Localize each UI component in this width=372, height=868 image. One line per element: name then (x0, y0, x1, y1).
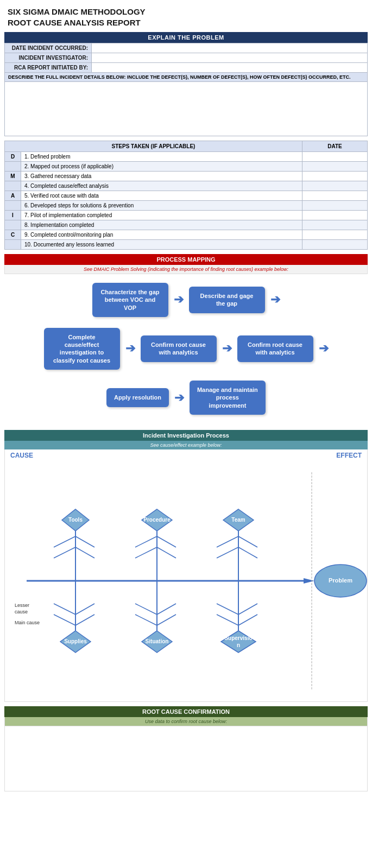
svg-line-39 (217, 604, 238, 614)
flow-box-2c: Confirm root cause with analytics (237, 335, 313, 362)
date-header: DATE (302, 141, 368, 152)
dmaic-letter: D (5, 152, 21, 162)
svg-line-18 (217, 536, 238, 547)
flow-box-3b: Manage and maintain process improvement (190, 381, 266, 415)
svg-text:Lesser: Lesser (15, 603, 29, 608)
step-date[interactable] (302, 172, 368, 181)
step-text: 7. Pilot of implementation completed (21, 211, 302, 220)
rcc-header: ROOT CAUSE CONFIRMATION (4, 706, 368, 717)
flow-arrow-1a: ➔ (174, 293, 184, 307)
flow-box-3a: Apply resolution (106, 388, 169, 407)
dmaic-letter (5, 181, 21, 191)
step-date[interactable] (302, 230, 368, 240)
step-date[interactable] (302, 152, 368, 162)
describe-row: DESCRIBE THE FULL INCIDENT DETAILS BELOW… (5, 73, 368, 82)
dmaic-letter (5, 220, 21, 230)
flow-box-1b: Describe and gage the gap (189, 287, 265, 313)
svg-line-28 (75, 614, 94, 625)
steps-row-4: A 5. Verified root cause with data (5, 191, 368, 201)
initiated-value[interactable] (92, 63, 368, 73)
explain-section: EXPLAIN THE PROBLEM DATE INCIDENT OCCURR… (4, 32, 368, 250)
form-row-initiated: RCA REPORT INITIATED BY: (5, 63, 368, 73)
step-date[interactable] (302, 211, 368, 220)
root-cause-section: ROOT CAUSE CONFIRMATION Use data to conf… (4, 706, 368, 791)
incident-header: Incident Investigation Process (4, 430, 368, 441)
report-title-line2: ROOT CAUSE ANALYSIS REPORT (8, 17, 364, 28)
svg-text:Supplies: Supplies (64, 638, 87, 644)
form-row-investigator: INCIDENT INVESTIGATOR: (5, 53, 368, 63)
svg-line-40 (217, 614, 238, 625)
steps-taken-header: STEPS TAKEN (IF APPLICABLE) (5, 141, 302, 152)
step-text: 10. Documented any lessons learned (21, 240, 302, 250)
step-text: 4. Completed cause/effect analysis (21, 181, 302, 191)
svg-line-41 (238, 604, 257, 614)
process-mapping-subtitle: See DMAIC Problem Solving (indicating th… (4, 265, 368, 274)
svg-line-33 (135, 614, 157, 625)
dmaic-letter (5, 240, 21, 250)
explain-header: EXPLAIN THE PROBLEM (4, 32, 368, 43)
step-date[interactable] (302, 240, 368, 250)
svg-line-11 (135, 536, 157, 547)
svg-text:Main cause: Main cause (15, 620, 40, 625)
svg-line-14 (157, 547, 176, 558)
investigator-label: INCIDENT INVESTIGATOR: (5, 53, 92, 63)
steps-row-7: 8. Implementation completed (5, 220, 368, 230)
svg-line-42 (238, 614, 257, 625)
date-label: DATE INCIDENT OCCURRED: (5, 43, 92, 53)
incident-subtitle: See cause/effect example below: (4, 441, 368, 449)
step-date[interactable] (302, 220, 368, 230)
svg-line-20 (238, 536, 257, 547)
cause-label: CAUSE (10, 452, 33, 459)
step-text: 2. Mapped out process (if applicable) (21, 162, 302, 172)
fishbone-diagram: Problem Tools Procedure (4, 461, 368, 702)
step-date[interactable] (302, 162, 368, 172)
svg-line-25 (54, 604, 75, 614)
svg-line-4 (54, 536, 75, 547)
dmaic-letter: M (5, 172, 21, 181)
incident-detail-row (5, 82, 368, 136)
svg-text:Procedure: Procedure (143, 517, 171, 523)
effect-label: EFFECT (336, 452, 362, 459)
incident-detail-area[interactable] (5, 82, 368, 136)
explain-form-table: DATE INCIDENT OCCURRED: INCIDENT INVESTI… (4, 43, 368, 136)
svg-line-34 (157, 604, 176, 614)
svg-line-35 (157, 614, 176, 625)
step-date[interactable] (302, 201, 368, 211)
step-text: 8. Implementation completed (21, 220, 302, 230)
flow-box-2a: Complete cause/effect investigation to c… (44, 328, 120, 370)
step-text: 1. Defined problem (21, 152, 302, 162)
describe-label: DESCRIBE THE FULL INCIDENT DETAILS BELOW… (5, 73, 368, 82)
process-mapping-section: PROCESS MAPPING See DMAIC Problem Solvin… (4, 254, 368, 423)
report-title-line1: SIX SIGMA DMAIC METHODOLOGY (8, 7, 364, 17)
flow-row-3: Apply resolution ➔ Manage and maintain p… (10, 381, 362, 415)
steps-table: STEPS TAKEN (IF APPLICABLE) DATE D 1. De… (4, 141, 368, 250)
investigator-value[interactable] (92, 53, 368, 63)
steps-row-1: 2. Mapped out process (if applicable) (5, 162, 368, 172)
step-date[interactable] (302, 181, 368, 191)
initiated-label: RCA REPORT INITIATED BY: (5, 63, 92, 73)
flow-arrow-2b: ➔ (222, 341, 232, 356)
svg-line-7 (75, 547, 94, 558)
dmaic-letter: I (5, 211, 21, 220)
step-text: 3. Gathered necessary data (21, 172, 302, 181)
svg-text:Situation: Situation (146, 638, 169, 644)
step-date[interactable] (302, 191, 368, 201)
steps-row-6: I 7. Pilot of implementation completed (5, 211, 368, 220)
report-header: SIX SIGMA DMAIC METHODOLOGY ROOT CAUSE A… (0, 0, 372, 32)
flow-arrow-3a: ➔ (174, 391, 184, 405)
steps-row-9: 10. Documented any lessons learned (5, 240, 368, 250)
date-value[interactable] (92, 43, 368, 53)
fishbone-svg: Problem Tools Procedure (10, 467, 369, 695)
svg-line-21 (238, 547, 257, 558)
svg-marker-43 (221, 631, 256, 652)
svg-line-5 (54, 547, 75, 558)
svg-marker-1 (304, 578, 314, 584)
svg-text:Team: Team (231, 517, 245, 523)
dmaic-letter (5, 201, 21, 211)
flow-row-1: Characterize the gap between VOC and VOP… (10, 283, 362, 317)
flow-arrow-1b: ➔ (270, 293, 280, 307)
svg-line-19 (217, 547, 238, 558)
flow-box-1a: Characterize the gap between VOC and VOP (92, 283, 168, 317)
rcc-content-area[interactable] (4, 726, 368, 791)
rcc-subtitle: Use data to confirm root cause below: (4, 717, 368, 726)
